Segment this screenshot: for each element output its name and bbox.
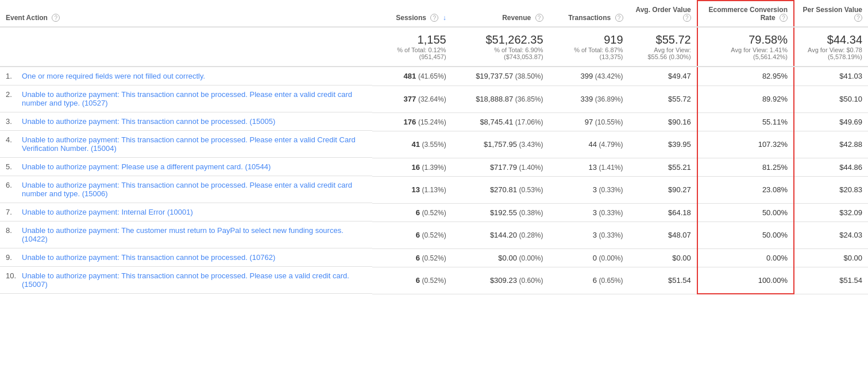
totals-avg-order-main: $55.72: [635, 33, 691, 46]
event-action-link[interactable]: Unable to authorize payment: Please use …: [22, 162, 271, 171]
sessions-sort-icon[interactable]: ↓: [443, 14, 446, 22]
transactions-value: 13: [588, 163, 596, 172]
revenue-value: $19,737.57: [476, 72, 513, 80]
revenue-pct: (3.43%): [519, 141, 543, 149]
event-action-cell: 6.Unable to authorize payment: This tran…: [0, 176, 372, 203]
row-number: 1.: [6, 72, 20, 80]
avg-order-cell: $51.54: [629, 267, 697, 294]
revenue-help-icon[interactable]: ?: [535, 14, 543, 22]
sessions-cell: 41 (3.55%): [372, 131, 452, 158]
transactions-value: 3: [593, 208, 597, 217]
sessions-pct: (15.24%): [418, 118, 446, 126]
sessions-cell: 6 (0.52%): [372, 248, 452, 267]
revenue-cell: $8,745.41 (17.06%): [452, 112, 549, 131]
sessions-help-icon[interactable]: ?: [430, 14, 438, 22]
transactions-pct: (0.33%): [599, 231, 623, 239]
table-row: 7.Unable to authorize payment: Internal …: [0, 203, 868, 221]
avg-order-header: Avg. Order Value ?: [629, 1, 697, 27]
conversion-header: Ecommerce Conversion Rate ?: [697, 1, 794, 27]
per-session-cell: $49.69: [794, 112, 868, 131]
avg-order-cell: $48.07: [629, 221, 697, 248]
transactions-value: 3: [593, 185, 597, 194]
event-action-link[interactable]: Unable to authorize payment: This transa…: [22, 253, 275, 262]
avg-order-cell: $49.47: [629, 67, 697, 85]
table-row: 5.Unable to authorize payment: Please us…: [0, 158, 868, 176]
event-action-cell: 10.Unable to authorize payment: This tra…: [0, 267, 372, 294]
event-action-help-icon[interactable]: ?: [52, 14, 60, 22]
revenue-value: $192.55: [490, 208, 517, 217]
avg-order-label: Avg. Order Value: [635, 6, 690, 14]
row-number: 10.: [6, 271, 20, 280]
event-action-link[interactable]: Unable to authorize payment: This transa…: [22, 90, 367, 107]
conversion-help-icon[interactable]: ?: [780, 14, 788, 22]
revenue-cell: $0.00 (0.00%): [452, 248, 549, 267]
revenue-value: $8,745.41: [480, 118, 513, 126]
transactions-pct: (10.55%): [595, 118, 623, 126]
sessions-cell: 481 (41.65%): [372, 67, 452, 85]
transactions-value: 6: [593, 276, 597, 285]
per-session-cell: $20.83: [794, 176, 868, 203]
revenue-cell: $19,737.57 (38.50%): [452, 67, 549, 85]
revenue-cell: $717.79 (1.40%): [452, 158, 549, 176]
transactions-pct: (43.42%): [595, 72, 623, 80]
per-session-help-icon[interactable]: ?: [854, 14, 862, 22]
event-action-cell: 9.Unable to authorize payment: This tran…: [0, 248, 372, 267]
avg-order-cell: $55.21: [629, 158, 697, 176]
event-action-link[interactable]: Unable to authorize payment: This transa…: [22, 271, 367, 289]
totals-revenue-cell: $51,262.35 % of Total: 6.90% ($743,053.8…: [452, 27, 549, 67]
avg-order-cell: $39.95: [629, 131, 697, 158]
sessions-pct: (3.55%): [422, 141, 446, 149]
conversion-cell: 107.32%: [697, 131, 794, 158]
avg-order-cell: $90.16: [629, 112, 697, 131]
event-action-cell: 5.Unable to authorize payment: Please us…: [0, 158, 372, 176]
sessions-value: 176: [404, 118, 416, 126]
event-action-link[interactable]: Unable to authorize payment: Internal Er…: [22, 208, 193, 216]
revenue-pct: (17.06%): [515, 118, 543, 126]
transactions-cell: 44 (4.79%): [549, 131, 629, 158]
revenue-pct: (0.38%): [519, 209, 543, 217]
transactions-cell: 3 (0.33%): [549, 203, 629, 221]
transactions-pct: (0.33%): [599, 186, 623, 194]
sessions-pct: (1.13%): [422, 186, 446, 194]
conversion-cell: 0.00%: [697, 248, 794, 267]
revenue-cell: $1,757.95 (3.43%): [452, 131, 549, 158]
transactions-value: 339: [581, 95, 593, 103]
transactions-help-icon[interactable]: ?: [615, 14, 623, 22]
totals-per-session-main: $44.34: [800, 33, 862, 46]
transactions-value: 3: [593, 231, 597, 239]
row-number: 3.: [6, 117, 20, 126]
sessions-cell: 6 (0.52%): [372, 267, 452, 294]
revenue-pct: (0.60%): [519, 277, 543, 285]
event-action-link[interactable]: Unable to authorize payment: The custome…: [22, 226, 367, 243]
conversion-cell: 50.00%: [697, 221, 794, 248]
event-action-link[interactable]: Unable to authorize payment: This transa…: [22, 135, 367, 153]
revenue-pct: (1.40%): [519, 164, 543, 172]
sessions-pct: (1.39%): [422, 164, 446, 172]
totals-per-session-sub: Avg for View: $0.78 (5,578.19%): [800, 46, 862, 60]
per-session-cell: $24.03: [794, 221, 868, 248]
per-session-cell: $50.10: [794, 85, 868, 112]
revenue-pct: (0.00%): [519, 254, 543, 262]
event-action-link[interactable]: Unable to authorize payment: This transa…: [22, 117, 275, 126]
revenue-cell: $270.81 (0.53%): [452, 176, 549, 203]
sessions-cell: 13 (1.13%): [372, 176, 452, 203]
sessions-value: 6: [416, 231, 420, 239]
revenue-value: $309.23: [490, 276, 517, 285]
avg-order-cell: $90.27: [629, 176, 697, 203]
totals-revenue-sub: % of Total: 6.90% ($743,053.87): [458, 46, 543, 60]
sessions-value: 41: [412, 140, 420, 149]
event-action-link[interactable]: One or more required fields were not fil…: [22, 72, 205, 80]
sessions-value: 377: [404, 95, 416, 103]
sessions-pct: (0.52%): [422, 277, 446, 285]
transactions-pct: (4.79%): [599, 141, 623, 149]
conversion-cell: 50.00%: [697, 203, 794, 221]
revenue-label: Revenue: [502, 14, 531, 22]
revenue-cell: $309.23 (0.60%): [452, 267, 549, 294]
transactions-pct: (0.65%): [599, 277, 623, 285]
event-action-cell: 1.One or more required fields were not f…: [0, 67, 372, 85]
transactions-header: Transactions ?: [549, 1, 629, 27]
avg-order-help-icon[interactable]: ?: [683, 14, 691, 22]
totals-avg-order-sub: Avg for View: $55.56 (0.30%): [635, 46, 691, 60]
event-action-link[interactable]: Unable to authorize payment: This transa…: [22, 181, 367, 198]
sessions-value: 6: [416, 254, 420, 262]
